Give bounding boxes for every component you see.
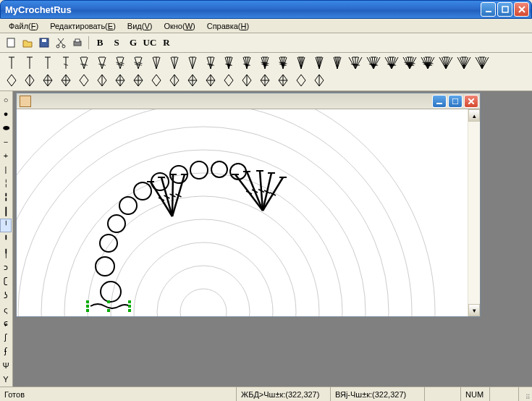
- scroll-down-button[interactable]: ▾: [468, 304, 480, 316]
- open-icon[interactable]: [20, 35, 35, 51]
- stitch-symbol-v-18[interactable]: [329, 54, 346, 72]
- stitch-symbol-d-14[interactable]: [256, 72, 274, 89]
- left-tool-bar2[interactable]: ╎: [0, 177, 12, 190]
- scroll-up-button[interactable]: ▴: [468, 109, 480, 122]
- stitch-symbol-d-4[interactable]: [75, 72, 93, 89]
- font-s-icon[interactable]: S: [109, 35, 124, 51]
- left-tool-circle[interactable]: ●: [0, 106, 12, 120]
- left-tool-dash[interactable]: −: [0, 135, 12, 148]
- stitch-symbol-d-13[interactable]: [238, 72, 256, 89]
- left-tool-hook7[interactable]: ʄ: [0, 345, 12, 358]
- stitch-symbol-d-3[interactable]: [57, 72, 75, 89]
- stitch-symbol-v-23[interactable]: [419, 54, 436, 72]
- stitch-symbol-v-20[interactable]: [365, 54, 382, 72]
- save-icon[interactable]: [36, 35, 52, 51]
- stitch-symbol-v-5[interactable]: [93, 54, 111, 72]
- left-tool-oval[interactable]: ⬬: [0, 121, 12, 135]
- canvas[interactable]: [17, 109, 468, 316]
- stitch-symbol-v-25[interactable]: [455, 54, 473, 72]
- stitch-symbol-v-10[interactable]: [184, 54, 201, 72]
- stitch-symbol-d-15[interactable]: [274, 72, 292, 89]
- stitch-symbol-d-9[interactable]: [166, 72, 183, 89]
- left-tool-hook3[interactable]: ʖ: [0, 289, 12, 303]
- stitch-symbol-d-1[interactable]: [21, 72, 38, 89]
- left-tool-bar1[interactable]: |: [0, 163, 12, 177]
- status-coords-2: ВЯј-Чш±к:(322,327): [331, 387, 425, 401]
- stitch-symbol-d-6[interactable]: [111, 72, 129, 89]
- stitch-symbol-v-12[interactable]: [220, 54, 237, 72]
- stitch-symbol-v-24[interactable]: [437, 54, 455, 72]
- stitch-symbol-v-19[interactable]: [347, 54, 364, 72]
- svg-rect-298: [107, 300, 110, 303]
- stitch-symbol-v-0[interactable]: [3, 54, 20, 72]
- stitch-symbol-d-12[interactable]: [220, 72, 237, 89]
- stitch-symbol-d-8[interactable]: [148, 72, 165, 89]
- stitch-symbol-v-8[interactable]: [148, 54, 165, 72]
- scroll-track[interactable]: [468, 122, 480, 304]
- stitch-symbol-d-7[interactable]: [130, 72, 147, 89]
- stitch-symbol-v-21[interactable]: [383, 54, 400, 72]
- stitch-symbol-v-17[interactable]: [311, 54, 328, 72]
- stitch-symbol-v-13[interactable]: [238, 54, 256, 72]
- stitch-symbol-v-6[interactable]: [111, 54, 129, 72]
- left-tool-hook4[interactable]: ς: [0, 303, 12, 316]
- maximize-button[interactable]: [497, 2, 512, 17]
- stitch-symbol-d-2[interactable]: [39, 72, 56, 89]
- stitch-symbol-v-22[interactable]: [401, 54, 418, 72]
- resize-grip[interactable]: ⠿: [519, 387, 532, 401]
- cut-icon[interactable]: [53, 35, 69, 51]
- doc-minimize-button[interactable]: [432, 95, 447, 108]
- statusbar: Готов ЖБД>Чш±к:(322,327) ВЯј-Чш±к:(322,3…: [0, 387, 532, 401]
- left-tool-bar3b[interactable]: ┃: [0, 205, 12, 219]
- doc-maximize-button[interactable]: [448, 95, 463, 108]
- menu-файл[interactable]: Файл(F): [3, 20, 44, 32]
- menu-вид[interactable]: Вид(V): [122, 20, 159, 32]
- minimize-button[interactable]: [481, 2, 496, 17]
- stitch-symbol-v-2[interactable]: [39, 54, 56, 72]
- left-tool-fork[interactable]: Ψ: [0, 358, 12, 372]
- stitch-symbol-v-4[interactable]: [75, 54, 93, 72]
- font-g-icon[interactable]: G: [125, 35, 141, 51]
- left-tool-pipe1[interactable]: ╵: [0, 219, 12, 232]
- stitch-symbol-d-16[interactable]: [292, 72, 310, 89]
- stitch-symbol-v-7[interactable]: [130, 54, 147, 72]
- stitch-symbol-v-15[interactable]: [274, 54, 292, 72]
- left-tool-plus[interactable]: +: [0, 148, 12, 162]
- menu-справка[interactable]: Справка(H): [201, 20, 255, 32]
- stitch-symbol-v-1[interactable]: [21, 54, 38, 72]
- left-tool-circle-small[interactable]: ○: [0, 93, 12, 106]
- left-tool-hook1[interactable]: ɔ: [0, 261, 12, 274]
- new-icon[interactable]: [3, 35, 19, 51]
- close-button[interactable]: [514, 2, 529, 17]
- left-tool-bar3[interactable]: ╏: [0, 190, 12, 204]
- left-tool-pipe3[interactable]: ╿: [0, 247, 12, 261]
- left-tool-pipe2[interactable]: ╹: [0, 232, 12, 246]
- stitch-symbol-d-17[interactable]: [311, 72, 328, 89]
- stitch-symbol-d-0[interactable]: [3, 72, 20, 89]
- stitch-symbol-v-9[interactable]: [166, 54, 183, 72]
- svg-point-251: [64, 173, 342, 316]
- font-r-icon[interactable]: R: [159, 35, 174, 51]
- stitch-symbol-v-14[interactable]: [256, 54, 274, 72]
- font-uc-icon[interactable]: UC: [142, 35, 158, 51]
- stitch-symbol-d-10[interactable]: [184, 72, 201, 89]
- stitch-symbol-d-5[interactable]: [93, 72, 111, 89]
- stitch-symbol-v-11[interactable]: [202, 54, 219, 72]
- svg-point-255: [17, 109, 435, 316]
- stitch-symbol-v-16[interactable]: [292, 54, 310, 72]
- doc-titlebar[interactable]: [17, 93, 480, 109]
- menu-окно[interactable]: Окно(W): [158, 20, 200, 32]
- stitch-symbol-d-11[interactable]: [202, 72, 219, 89]
- print-icon[interactable]: [69, 35, 85, 51]
- left-tool-hook2[interactable]: ʗ: [0, 274, 12, 288]
- left-tool-hook6[interactable]: ʃ: [0, 331, 12, 345]
- stitch-symbol-v-3[interactable]: [57, 54, 75, 72]
- left-tool-y-shape[interactable]: Y: [0, 373, 12, 387]
- bold-icon[interactable]: B: [92, 35, 108, 51]
- stitch-symbol-v-26[interactable]: [473, 54, 491, 72]
- scrollbar-vertical[interactable]: ▴ ▾: [468, 109, 480, 316]
- menu-редактировать[interactable]: Редактировать(E): [44, 20, 122, 32]
- svg-point-264: [190, 161, 208, 179]
- doc-close-button[interactable]: [464, 95, 478, 108]
- left-tool-hook5[interactable]: ɕ: [0, 316, 12, 330]
